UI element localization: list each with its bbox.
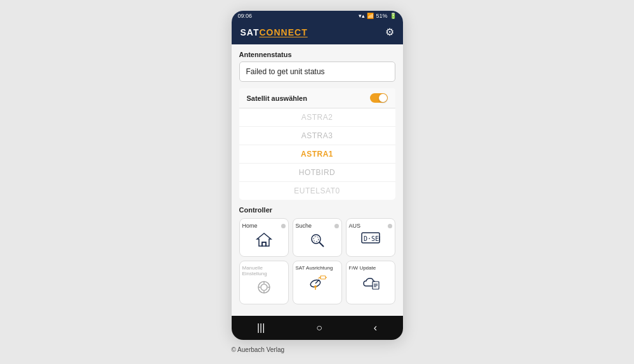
satellite-item-astra1[interactable]: ASTRA1	[239, 145, 395, 164]
toggle-knob	[379, 94, 387, 102]
controller-section: Controller Home	[239, 206, 395, 309]
gear-icon[interactable]: ⚙	[385, 26, 394, 38]
antenna-label: Antennenstatus	[239, 51, 395, 58]
status-time: 09:06	[238, 13, 253, 19]
ctrl-btn-aus-top: AUS	[349, 223, 392, 229]
ctrl-btn-suche-label: Suche	[296, 223, 312, 229]
ctrl-btn-home-label: Home	[242, 223, 258, 229]
ctrl-btn-home-top: Home	[242, 223, 286, 229]
signal-icon: 📶	[367, 13, 374, 19]
battery-text: 51%	[376, 13, 387, 19]
ctrl-btn-fw-top: F/W Update	[349, 265, 392, 271]
ctrl-btn-fw-label: F/W Update	[349, 265, 376, 271]
svg-text:D·SEG: D·SEG	[364, 235, 380, 242]
nav-home-btn[interactable]: ○	[311, 321, 327, 335]
logo-sat: SAT	[241, 27, 260, 37]
ctrl-btn-aus-indicator	[388, 224, 392, 228]
ctrl-btn-manuelle-top: Manuelle Einstellung	[242, 265, 286, 276]
controller-grid: Home Suche	[239, 218, 395, 304]
satellite-item-astra3[interactable]: ASTRA3	[239, 127, 395, 145]
satellite-item-eutelsat[interactable]: EUTELSAT0	[239, 182, 395, 200]
satellite-item-hotbird[interactable]: HOTBIRD	[239, 164, 395, 182]
satellite-header: Satellit auswählen	[239, 88, 395, 108]
ctrl-btn-sat-label: SAT Ausrichtung	[296, 265, 333, 271]
ctrl-btn-manuelle[interactable]: Manuelle Einstellung	[239, 261, 289, 304]
battery-icon: 🔋	[390, 13, 397, 19]
nav-back-btn[interactable]: ‹	[369, 321, 382, 335]
wifi-icon: ▾▴	[359, 13, 365, 19]
satellite-toggle[interactable]	[370, 93, 388, 103]
manuelle-icon	[255, 279, 273, 299]
suche-icon	[308, 231, 326, 251]
svg-line-2	[319, 242, 324, 247]
ctrl-btn-manuelle-label: Manuelle Einstellung	[242, 265, 286, 276]
status-bar: 09:06 ▾▴ 📶 51% 🔋	[232, 11, 403, 21]
satellite-header-label: Satellit auswählen	[247, 94, 307, 102]
nav-menu-btn[interactable]: |||	[252, 321, 270, 335]
ctrl-btn-fw[interactable]: F/W Update	[346, 261, 395, 304]
ctrl-btn-home-indicator	[281, 224, 286, 228]
ctrl-btn-sat[interactable]: SAT Ausrichtung	[293, 261, 342, 304]
home-icon	[255, 231, 273, 251]
ctrl-btn-aus-label: AUS	[349, 223, 361, 229]
app-header: SAT CONNECT ⚙	[232, 21, 403, 44]
svg-rect-0	[262, 242, 266, 246]
ctrl-btn-suche-indicator	[334, 224, 339, 228]
svg-point-3	[314, 237, 319, 242]
ctrl-btn-sat-top: SAT Ausrichtung	[296, 265, 339, 271]
logo-connect: CONNECT	[259, 27, 307, 37]
phone-frame: 09:06 ▾▴ 📶 51% 🔋 SAT CONNECT ⚙ Antennens…	[232, 11, 403, 340]
app-content: Antennenstatus Failed to get unit status…	[232, 44, 403, 316]
status-bar-right: ▾▴ 📶 51% 🔋	[359, 13, 396, 19]
ctrl-btn-home[interactable]: Home	[239, 218, 289, 257]
svg-point-7	[261, 284, 267, 290]
outer-wrapper: 09:06 ▾▴ 📶 51% 🔋 SAT CONNECT ⚙ Antennens…	[232, 11, 403, 353]
copyright: © Auerbach Verlag	[232, 346, 285, 353]
svg-rect-14	[320, 276, 326, 279]
antenna-status-box: Failed to get unit status	[239, 62, 395, 82]
controller-label: Controller	[239, 206, 395, 214]
bottom-nav: ||| ○ ‹	[232, 316, 403, 340]
svg-point-17	[314, 285, 317, 288]
satellite-section: Satellit auswählen ASTRA2 ASTRA3 ASTRA1 …	[239, 88, 395, 200]
fw-icon	[361, 273, 380, 293]
ctrl-btn-suche-top: Suche	[296, 223, 339, 229]
aus-icon: D·SEG	[361, 231, 380, 247]
satellite-list: ASTRA2 ASTRA3 ASTRA1 HOTBIRD EUTELSAT0	[239, 108, 395, 200]
satellite-item-astra2[interactable]: ASTRA2	[239, 108, 395, 127]
status-bar-left: 09:06	[238, 13, 253, 19]
ctrl-btn-suche[interactable]: Suche	[293, 218, 342, 257]
ctrl-btn-aus[interactable]: AUS D·SEG	[346, 218, 395, 257]
svg-point-1	[312, 235, 320, 244]
app-logo: SAT CONNECT	[241, 27, 308, 37]
sat-icon	[308, 273, 327, 293]
